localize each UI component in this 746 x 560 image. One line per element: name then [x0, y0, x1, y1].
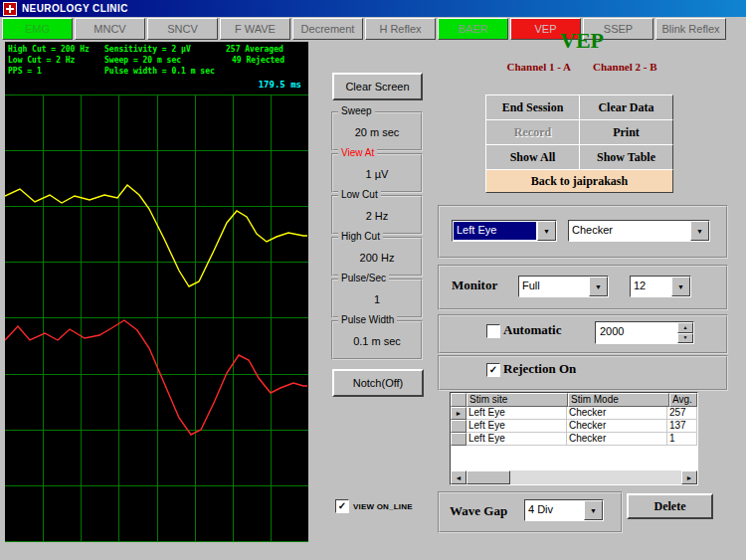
spin-up-button[interactable]: ▲	[677, 322, 693, 333]
pulse-width-field: Pulse Width 0.1 m sec	[331, 320, 423, 360]
sweep-field-label: Sweep	[338, 105, 375, 116]
row-selector[interactable]	[451, 433, 466, 446]
trace-channel-a	[5, 185, 307, 286]
tab-fwave[interactable]: F WAVE	[220, 18, 290, 40]
check-icon: ✓	[338, 501, 346, 511]
pulse-sec-field-value: 1	[333, 293, 421, 305]
monitor-mode-combo-value: Full	[519, 277, 589, 296]
high-cut-field-value: 200 Hz	[333, 252, 421, 264]
scrollbar-thumb[interactable]	[466, 470, 510, 484]
monitor-mode-dropdown-button[interactable]: ▼	[589, 277, 608, 296]
table-horizontal-scrollbar[interactable]: ◄ ►	[451, 470, 697, 484]
cell-stim-mode: Checker	[567, 420, 667, 433]
title-bar[interactable]: NEUROLOGY CLINIC	[0, 0, 746, 17]
scroll-right-button[interactable]: ►	[681, 470, 697, 484]
cell-stim-site: Left Eye	[466, 433, 567, 446]
monitor-size-dropdown-button[interactable]: ▼	[671, 277, 690, 296]
tab-mncv[interactable]: MNCV	[75, 18, 145, 40]
view-at-field: View At 1 µV	[331, 153, 423, 193]
column-header-stim-site: Stim site	[466, 393, 568, 407]
arrow-up-icon: ▲	[683, 325, 688, 330]
monitor-mode-combo[interactable]: Full ▼	[518, 276, 609, 297]
table-selector-header	[451, 393, 466, 407]
scope-sensitivity: Sensitivity = 2 µV	[104, 45, 215, 56]
pulse-sec-field: Pulse/Sec 1	[331, 279, 423, 318]
wave-gap-dropdown-button[interactable]: ▼	[584, 500, 603, 520]
stim-mode-combo-value: Checker	[569, 221, 690, 241]
check-icon: ✓	[489, 365, 497, 375]
scope-low-cut: Low Cut = 2 Hz	[8, 56, 90, 67]
view-at-field-label: View At	[338, 147, 377, 158]
table-header-row: Stim site Stim Mode Avg.	[451, 393, 697, 407]
pulse-width-field-label: Pulse Width	[338, 314, 397, 325]
automatic-checkbox[interactable]	[486, 324, 500, 338]
end-session-button[interactable]: End Session	[485, 94, 580, 120]
rejection-checkbox[interactable]: ✓	[486, 363, 500, 377]
scrollbar-track[interactable]	[466, 470, 681, 484]
clear-data-button[interactable]: Clear Data	[579, 94, 673, 120]
stim-mode-dropdown-button[interactable]: ▼	[690, 221, 709, 241]
view-at-field-value: 1 µV	[333, 168, 421, 180]
scope-pulse-width: Pulse width = 0.1 m sec	[104, 67, 215, 78]
table-row[interactable]: Left Eye Checker 1	[451, 433, 697, 446]
stim-site-dropdown-button[interactable]: ▼	[537, 221, 556, 241]
automatic-label: Automatic	[503, 322, 562, 338]
scope-pps: PPS = 1	[8, 67, 90, 78]
neurology-clinic-window: NEUROLOGY CLINIC EMG MNCV SNCV F WAVE De…	[0, 0, 746, 560]
row-selector[interactable]: ►	[451, 407, 466, 420]
notch-button[interactable]: Notch(Off)	[332, 369, 424, 397]
automatic-value-spinner[interactable]: 2000 ▲ ▼	[595, 321, 694, 344]
chevron-down-icon: ▼	[595, 283, 602, 290]
tab-emg[interactable]: EMG	[2, 18, 73, 40]
scope-high-cut: High Cut = 200 Hz	[8, 45, 90, 56]
channel-1-label: Channel 1 - A	[507, 61, 572, 73]
chevron-down-icon: ▼	[590, 507, 597, 514]
delete-button[interactable]: Delete	[627, 493, 713, 519]
table-row[interactable]: Left Eye Checker 137	[451, 420, 697, 433]
clear-screen-button[interactable]: Clear Screen	[332, 73, 423, 100]
tab-decrement[interactable]: Decrement	[292, 18, 363, 40]
wave-gap-combo-value: 4 Div	[525, 500, 584, 520]
tab-hreflex[interactable]: H Reflex	[365, 18, 436, 40]
scroll-left-button[interactable]: ◄	[451, 470, 466, 484]
column-header-stim-mode: Stim Mode	[568, 393, 669, 407]
grid-vertical-lines	[43, 94, 271, 542]
pulse-width-field-value: 0.1 m sec	[333, 335, 421, 347]
row-selector[interactable]	[451, 420, 466, 433]
wave-gap-label: Wave Gap	[450, 503, 507, 519]
show-all-button[interactable]: Show All	[485, 144, 580, 170]
stim-mode-combo[interactable]: Checker ▼	[568, 220, 710, 242]
rejection-panel	[438, 355, 728, 391]
low-cut-field: Low Cut 2 Hz	[331, 195, 423, 235]
scope-average-column: 257 Averaged 49 Rejected	[226, 45, 284, 67]
high-cut-field: High Cut 200 Hz	[331, 237, 423, 277]
print-button[interactable]: Print	[579, 119, 673, 145]
record-button: Record	[485, 119, 580, 145]
spin-down-button[interactable]: ▼	[677, 333, 693, 344]
chevron-down-icon: ▼	[677, 283, 684, 290]
window-title: NEUROLOGY CLINIC	[22, 3, 128, 14]
scope-settings-column-2: Sensitivity = 2 µV Sweep = 20 m sec Puls…	[104, 45, 215, 78]
channel-assignment: Channel 1 - A Channel 2 - B	[438, 61, 726, 73]
cell-stim-mode: Checker	[567, 407, 667, 420]
stim-site-combo[interactable]: Left Eye ▼	[452, 220, 557, 242]
sweep-field: Sweep 20 m sec	[331, 111, 423, 151]
automatic-value[interactable]: 2000	[596, 322, 677, 343]
cell-stim-site: Left Eye	[466, 407, 567, 420]
chevron-down-icon: ▼	[543, 228, 550, 235]
waveform-display[interactable]: High Cut = 200 Hz Low Cut = 2 Hz PPS = 1…	[5, 42, 308, 542]
low-cut-field-value: 2 Hz	[333, 210, 421, 222]
monitor-size-combo[interactable]: 12 ▼	[630, 276, 691, 297]
wave-gap-combo[interactable]: 4 Div ▼	[524, 499, 604, 521]
arrow-left-icon: ◄	[456, 474, 463, 481]
cell-avg: 137	[667, 420, 697, 433]
tab-sncv[interactable]: SNCV	[147, 18, 218, 40]
view-online-checkbox[interactable]: ✓	[335, 499, 349, 513]
column-header-avg: Avg.	[669, 393, 697, 407]
table-row[interactable]: ► Left Eye Checker 257	[451, 407, 697, 420]
back-to-patient-button[interactable]: Back to jaiprakash	[485, 169, 673, 193]
show-table-button[interactable]: Show Table	[579, 144, 673, 170]
low-cut-field-label: Low Cut	[338, 189, 381, 200]
cell-avg: 1	[667, 433, 697, 446]
row-selector-icon: ►	[456, 410, 463, 417]
